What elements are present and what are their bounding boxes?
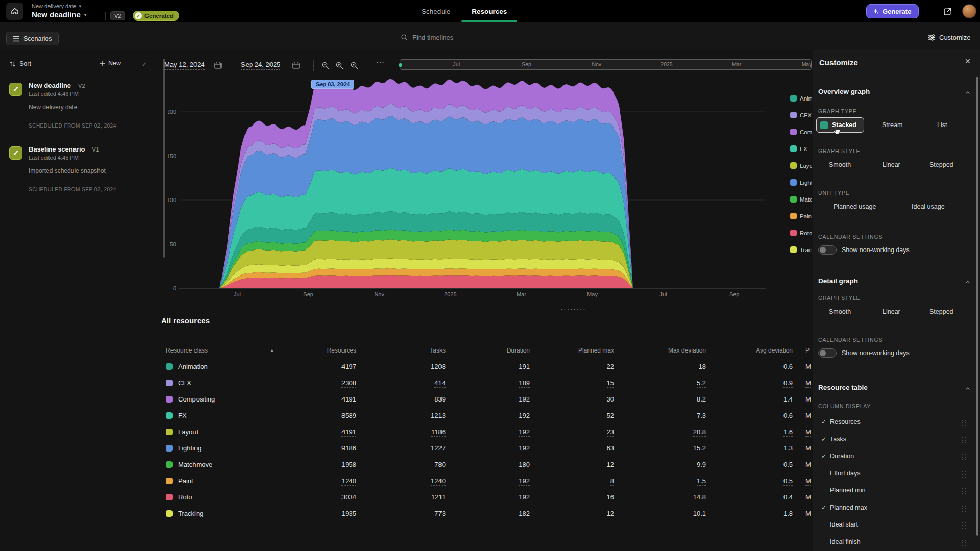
cell-value[interactable]: 15: [607, 379, 614, 388]
column-header-resource-class[interactable]: Resource class▴: [166, 347, 274, 354]
zoom-fit-icon[interactable]: [350, 61, 359, 72]
more-options-button[interactable]: ⋯: [376, 57, 385, 67]
new-scenario-button[interactable]: New: [99, 60, 121, 67]
column-checkbox-row[interactable]: Ideal finish: [813, 537, 980, 549]
legend-item[interactable]: FX: [790, 140, 812, 157]
cell-value[interactable]: 63: [607, 444, 614, 453]
cell-value[interactable]: 191: [519, 363, 530, 371]
cell-value[interactable]: 1240: [341, 477, 356, 486]
option-linear[interactable]: Linear: [883, 161, 900, 168]
column-checkbox-row[interactable]: ✓Resources: [813, 417, 980, 430]
panel-section-overview-graph[interactable]: Overview graph: [818, 88, 870, 95]
cell-value[interactable]: 0.6: [783, 363, 793, 371]
cell-value[interactable]: 16: [607, 493, 614, 502]
cell-value[interactable]: 1186: [431, 428, 446, 437]
table-row[interactable]: Animation4197120819122180.6M: [166, 358, 813, 374]
cell-value[interactable]: 1240: [431, 477, 446, 486]
cell-value[interactable]: 20.8: [693, 428, 706, 437]
calendar-icon[interactable]: [292, 61, 300, 71]
cell-value[interactable]: 0.6: [783, 412, 793, 420]
cell-value[interactable]: 15.2: [693, 444, 706, 453]
cell-value[interactable]: 23: [607, 428, 614, 437]
cell-value[interactable]: 2308: [341, 379, 356, 388]
table-row[interactable]: FX85891213192527.30.6M: [166, 407, 813, 423]
option-smooth[interactable]: Smooth: [829, 161, 851, 168]
drag-handle-icon[interactable]: [962, 454, 967, 461]
legend-item[interactable]: Lighting: [790, 174, 812, 191]
generate-button[interactable]: Generate: [866, 4, 919, 18]
option-stream[interactable]: Stream: [882, 121, 902, 129]
scenarios-button[interactable]: Scenarios: [6, 32, 59, 45]
cell-value[interactable]: 10.1: [693, 510, 706, 518]
cell-value[interactable]: 0.5: [783, 477, 793, 486]
cell-value[interactable]: 30: [607, 395, 614, 404]
option-smooth[interactable]: Smooth: [829, 308, 851, 315]
cell-value[interactable]: 1.8: [783, 510, 793, 518]
breadcrumb[interactable]: New delivery date ▾: [32, 3, 81, 9]
option-planned-usage[interactable]: Planned usage: [834, 203, 876, 210]
cell-value[interactable]: 839: [434, 395, 446, 404]
legend-item[interactable]: Compositing: [790, 123, 812, 140]
table-row[interactable]: Compositing4191839192308.21.4M: [166, 391, 813, 407]
drag-handle-icon[interactable]: [962, 437, 967, 444]
zoom-in-icon[interactable]: [335, 61, 344, 72]
user-avatar[interactable]: [962, 4, 976, 18]
chevron-up-icon[interactable]: [965, 88, 970, 97]
cell-value[interactable]: 0.5: [783, 461, 793, 469]
zoom-out-icon[interactable]: [321, 61, 330, 72]
drag-handle-icon[interactable]: [962, 471, 967, 478]
scenario-title-dropdown[interactable]: New deadline ▾: [32, 10, 86, 19]
cell-value[interactable]: 8589: [341, 412, 356, 420]
cell-value[interactable]: 1227: [431, 444, 446, 453]
cell-value[interactable]: 0.4: [783, 493, 793, 502]
cell-value[interactable]: 780: [434, 461, 446, 469]
stacked-area-chart[interactable]: 050100150200JulSepNov2025MarMayJulSep: [168, 76, 813, 306]
cell-value[interactable]: 0.9: [783, 379, 793, 388]
scenario-checkbox[interactable]: ✓: [9, 146, 22, 160]
legend-item[interactable]: Animation: [790, 90, 812, 107]
column-checkbox-row[interactable]: ✓Tasks: [813, 435, 980, 447]
legend-item[interactable]: Layout: [790, 157, 812, 174]
cell-value[interactable]: 3034: [341, 493, 356, 502]
cell-value[interactable]: 4191: [341, 428, 356, 437]
legend-item[interactable]: Tracking: [790, 241, 812, 258]
legend-item[interactable]: CFX: [790, 107, 812, 123]
calendar-icon[interactable]: [214, 61, 222, 71]
cell-value[interactable]: 192: [519, 477, 530, 486]
cell-value[interactable]: 1.6: [783, 428, 793, 437]
table-row[interactable]: Matchmove1958780180129.90.5M: [166, 456, 813, 472]
column-checkbox-row[interactable]: Ideal start: [813, 520, 980, 532]
drag-handle-icon[interactable]: [962, 488, 967, 495]
panel-section-resource-table[interactable]: Resource table: [818, 384, 868, 391]
cell-value[interactable]: 8: [610, 477, 614, 486]
cell-value[interactable]: 182: [519, 510, 530, 518]
window-scrollbar[interactable]: [976, 77, 978, 536]
table-row[interactable]: Roto303412111921614.80.4M: [166, 489, 813, 505]
cell-value[interactable]: 7.3: [697, 412, 706, 420]
column-header-tasks[interactable]: Tasks: [357, 347, 447, 354]
cell-value[interactable]: 12: [607, 461, 614, 469]
cell-value[interactable]: 4197: [341, 363, 356, 371]
cell-value[interactable]: 1935: [341, 510, 356, 518]
drag-handle-icon[interactable]: [962, 540, 967, 546]
cell-value[interactable]: 18: [699, 363, 706, 371]
cell-value[interactable]: 12: [607, 510, 614, 518]
column-checkbox-row[interactable]: Planned min: [813, 486, 980, 498]
cell-value[interactable]: 1213: [431, 412, 446, 420]
cell-value[interactable]: 1211: [431, 493, 446, 502]
end-date-input[interactable]: Sep 24, 2025: [241, 61, 280, 70]
close-icon[interactable]: ✕: [965, 57, 971, 65]
cell-value[interactable]: 4191: [341, 395, 356, 404]
cell-value[interactable]: 1958: [341, 461, 356, 469]
legend-item[interactable]: Roto: [790, 224, 812, 241]
cell-value[interactable]: 9186: [341, 444, 356, 453]
tab-resources[interactable]: Resources: [469, 0, 510, 22]
option-linear[interactable]: Linear: [883, 308, 900, 315]
table-row[interactable]: Lighting918612271926315.21.3M: [166, 440, 813, 456]
table-row[interactable]: Tracking19357731821210.11.8M: [166, 505, 813, 521]
toggle-switch-off[interactable]: [818, 245, 837, 255]
timeline-minimap[interactable]: JulSepNov2025MarMay: [400, 59, 812, 70]
option-stepped[interactable]: Stepped: [929, 308, 953, 315]
column-checkbox-row[interactable]: ✓Planned max: [813, 503, 980, 515]
column-checkbox-row[interactable]: Effort days: [813, 469, 980, 481]
